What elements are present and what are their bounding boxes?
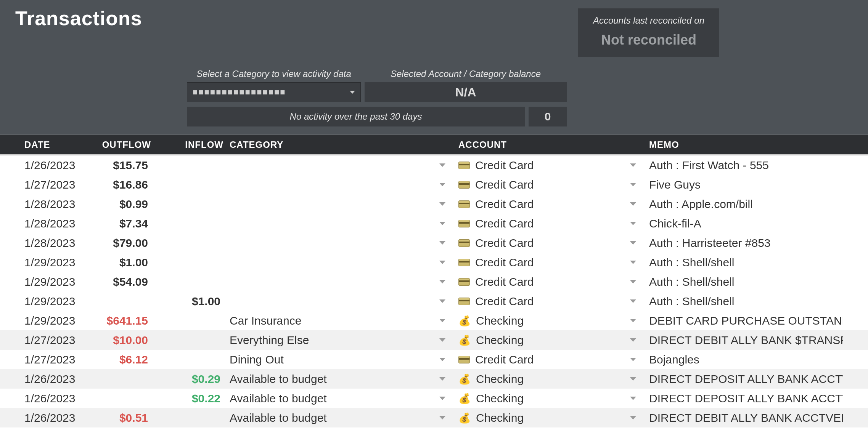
cell-account[interactable]: Credit Card <box>454 217 622 230</box>
account-dropdown[interactable] <box>622 338 645 342</box>
cell-category[interactable]: Car Insurance <box>225 314 431 327</box>
category-dropdown[interactable] <box>431 280 454 283</box>
cell-memo[interactable]: DIRECT DEPOSIT ALLY BANK ACCTV <box>645 392 843 405</box>
account-dropdown[interactable] <box>622 377 645 381</box>
table-row[interactable]: 1/29/2023$54.09Credit CardAuth : Shell/s… <box>0 272 868 291</box>
cell-account[interactable]: 💰Checking <box>454 334 622 347</box>
account-dropdown[interactable] <box>622 280 645 283</box>
cell-outflow[interactable]: $6.12 <box>80 353 153 366</box>
account-dropdown[interactable] <box>622 163 645 167</box>
cell-date[interactable]: 1/29/2023 <box>0 256 80 269</box>
table-row[interactable]: 1/27/2023$6.12Dining OutCredit CardBojan… <box>0 350 868 369</box>
cell-date[interactable]: 1/26/2023 <box>0 392 80 405</box>
cell-status[interactable]: P <box>843 276 868 288</box>
cell-outflow[interactable]: $16.86 <box>80 178 153 191</box>
cell-date[interactable]: 1/29/2023 <box>0 314 80 327</box>
account-dropdown[interactable] <box>622 358 645 361</box>
account-dropdown[interactable] <box>622 416 645 419</box>
cell-status[interactable]: ✓ <box>843 315 868 327</box>
cell-outflow[interactable]: $0.51 <box>80 411 153 424</box>
cell-category[interactable]: Everything Else <box>225 334 431 347</box>
cell-date[interactable]: 1/26/2023 <box>0 373 80 386</box>
cell-memo[interactable]: Auth : Shell/shell <box>645 295 843 308</box>
account-dropdown[interactable] <box>622 241 645 245</box>
cell-memo[interactable]: Chick-fil-A <box>645 217 843 230</box>
cell-status[interactable]: P <box>843 296 868 307</box>
cell-status[interactable]: P <box>843 237 868 249</box>
cell-status[interactable]: P <box>843 218 868 229</box>
cell-date[interactable]: 1/28/2023 <box>0 198 80 211</box>
account-dropdown[interactable] <box>622 397 645 400</box>
cell-account[interactable]: 💰Checking <box>454 392 622 405</box>
cell-memo[interactable]: Auth : Shell/shell <box>645 256 843 269</box>
cell-outflow[interactable]: $7.34 <box>80 217 153 230</box>
category-dropdown[interactable] <box>431 222 454 225</box>
cell-inflow[interactable]: $0.22 <box>153 392 225 405</box>
cell-inflow[interactable]: $1.00 <box>153 295 225 308</box>
account-dropdown[interactable] <box>622 222 645 225</box>
col-category[interactable]: CATEGORY <box>225 139 431 150</box>
cell-account[interactable]: Credit Card <box>454 256 622 269</box>
cell-status[interactable]: ✓ <box>843 335 868 346</box>
cell-date[interactable]: 1/26/2023 <box>0 411 80 424</box>
cell-memo[interactable]: DEBIT CARD PURCHASE OUTSTAND <box>645 314 843 327</box>
cell-date[interactable]: 1/27/2023 <box>0 334 80 347</box>
cell-date[interactable]: 1/29/2023 <box>0 275 80 288</box>
cell-date[interactable]: 1/26/2023 <box>0 159 80 172</box>
cell-date[interactable]: 1/28/2023 <box>0 217 80 230</box>
table-row[interactable]: 1/28/2023$79.00Credit CardAuth : Harrist… <box>0 233 868 253</box>
cell-memo[interactable]: DIRECT DEBIT ALLY BANK ACCTVEF <box>645 411 843 424</box>
cell-memo[interactable]: Bojangles <box>645 353 843 366</box>
cell-account[interactable]: Credit Card <box>454 198 622 211</box>
cell-status[interactable]: P <box>843 198 868 210</box>
cell-account[interactable]: Credit Card <box>454 178 622 191</box>
category-dropdown[interactable] <box>431 358 454 361</box>
account-dropdown[interactable] <box>622 299 645 303</box>
cell-inflow[interactable]: $0.29 <box>153 373 225 386</box>
category-dropdown[interactable] <box>431 377 454 381</box>
cell-memo[interactable]: Auth : Shell/shell <box>645 275 843 288</box>
col-inflow[interactable]: INFLOW <box>153 139 225 150</box>
table-row[interactable]: 1/29/2023$641.15Car Insurance💰CheckingDE… <box>0 311 868 330</box>
cell-status[interactable]: P <box>843 160 868 171</box>
cell-outflow[interactable]: $54.09 <box>80 275 153 288</box>
table-row[interactable]: 1/29/2023$1.00Credit CardAuth : Shell/sh… <box>0 291 868 311</box>
cell-account[interactable]: Credit Card <box>454 353 622 366</box>
category-dropdown[interactable] <box>431 416 454 419</box>
table-row[interactable]: 1/26/2023$0.22Available to budget💰Checki… <box>0 389 868 408</box>
cell-account[interactable]: Credit Card <box>454 159 622 172</box>
table-row[interactable]: 1/28/2023$0.99Credit CardAuth : Apple.co… <box>0 194 868 214</box>
cell-outflow[interactable]: $1.00 <box>80 256 153 269</box>
cell-account[interactable]: 💰Checking <box>454 314 622 327</box>
cell-outflow[interactable]: $641.15 <box>80 314 153 327</box>
cell-account[interactable]: Credit Card <box>454 295 622 308</box>
cell-account[interactable]: 💰Checking <box>454 373 622 386</box>
cell-category[interactable]: Available to budget <box>225 392 431 405</box>
cell-memo[interactable]: DIRECT DEBIT ALLY BANK $TRANSF <box>645 334 843 347</box>
table-row[interactable]: 1/26/2023$0.29Available to budget💰Checki… <box>0 369 868 389</box>
category-dropdown[interactable] <box>431 241 454 245</box>
cell-date[interactable]: 1/27/2023 <box>0 178 80 191</box>
col-outflow[interactable]: OUTFLOW <box>80 139 153 150</box>
cell-category[interactable]: Dining Out <box>225 353 431 366</box>
table-row[interactable]: 1/28/2023$7.34Credit CardChick-fil-AP <box>0 214 868 233</box>
table-row[interactable]: 1/25/2023$8.93Dining OutCredit CardChick… <box>0 427 868 429</box>
table-row[interactable]: 1/27/2023$16.86Credit CardFive GuysP <box>0 175 868 194</box>
account-dropdown[interactable] <box>622 202 645 206</box>
cell-outflow[interactable]: $0.99 <box>80 198 153 211</box>
col-memo[interactable]: MEMO <box>645 139 843 150</box>
cell-account[interactable]: Credit Card <box>454 275 622 288</box>
table-row[interactable]: 1/29/2023$1.00Credit CardAuth : Shell/sh… <box>0 253 868 272</box>
category-dropdown[interactable] <box>431 397 454 400</box>
category-dropdown[interactable] <box>431 202 454 206</box>
category-select[interactable]: ■■■■■■■■■■■■■■■■ <box>187 82 361 102</box>
cell-memo[interactable]: Five Guys <box>645 178 843 191</box>
cell-memo[interactable]: Auth : Apple.com/bill <box>645 198 843 211</box>
table-row[interactable]: 1/26/2023$0.51Available to budget💰Checki… <box>0 408 868 427</box>
category-dropdown[interactable] <box>431 163 454 167</box>
cell-category[interactable]: Available to budget <box>225 373 431 386</box>
category-dropdown[interactable] <box>431 261 454 264</box>
cell-status[interactable]: ✓ <box>843 393 868 404</box>
table-row[interactable]: 1/27/2023$10.00Everything Else💰CheckingD… <box>0 330 868 350</box>
cell-date[interactable]: 1/29/2023 <box>0 295 80 308</box>
